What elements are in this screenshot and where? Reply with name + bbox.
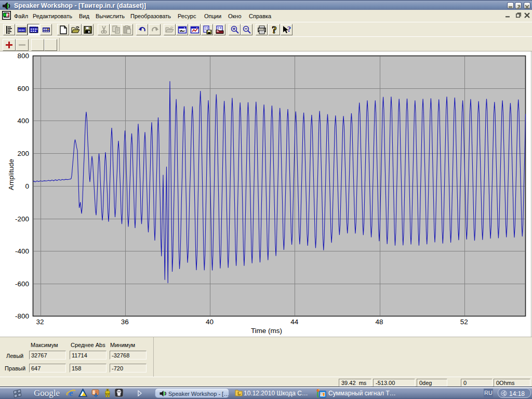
svg-text:800: 800 xyxy=(17,52,29,60)
svg-text:-400: -400 xyxy=(15,247,29,255)
svg-text:52: 52 xyxy=(460,318,468,326)
svg-text:36: 36 xyxy=(121,318,129,326)
svg-text:400: 400 xyxy=(17,117,29,125)
svg-text:Amplitude: Amplitude xyxy=(7,159,15,190)
svg-text:0: 0 xyxy=(25,182,29,190)
svg-text:-600: -600 xyxy=(15,280,29,288)
svg-text:600: 600 xyxy=(17,85,29,92)
svg-text:qip: qip xyxy=(105,392,110,395)
svg-text:32: 32 xyxy=(36,318,44,326)
svg-text:44: 44 xyxy=(290,318,299,326)
svg-text:48: 48 xyxy=(375,318,383,326)
svg-text:-800: -800 xyxy=(15,312,29,320)
svg-text:Time (ms): Time (ms) xyxy=(251,327,282,335)
svg-text:?: ? xyxy=(287,25,291,33)
svg-text:e: e xyxy=(69,388,73,397)
svg-text:-200: -200 xyxy=(15,215,29,223)
svg-text:200: 200 xyxy=(17,150,29,157)
svg-text:?: ? xyxy=(272,25,277,34)
svg-text:40: 40 xyxy=(206,318,214,326)
